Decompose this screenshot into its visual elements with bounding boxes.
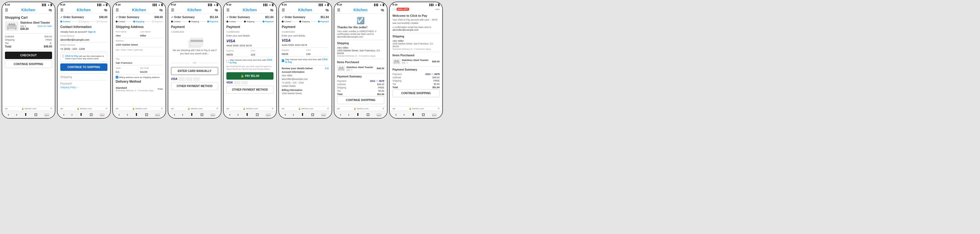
other-payment-btn-4[interactable]: OTHER PAYMENT METHOD xyxy=(171,82,218,90)
font-size-control-2[interactable]: aA xyxy=(60,107,63,110)
share-icon-3[interactable]: ⬆ xyxy=(135,112,138,117)
font-size-control-4[interactable]: aA xyxy=(171,107,174,110)
share-icon-5[interactable]: ⬆ xyxy=(245,112,249,117)
share-icon-2[interactable]: ⬆ xyxy=(80,112,83,117)
skip-c2p-checkbox[interactable] xyxy=(226,60,229,63)
forward-icon-7[interactable]: › xyxy=(348,112,349,117)
share-icon-4[interactable]: ⬆ xyxy=(190,112,194,117)
back-icon-3[interactable]: ‹ xyxy=(119,112,120,117)
share-icon-6[interactable]: ⬆ xyxy=(301,112,304,117)
share-icon-8[interactable]: ⬆ xyxy=(412,112,415,117)
tabs-icon-5[interactable]: ⊡ xyxy=(256,112,259,117)
apt-input[interactable] xyxy=(116,51,163,56)
back-icon[interactable]: ‹ xyxy=(8,112,9,117)
bookmarks-icon-5[interactable]: 📖 xyxy=(266,112,270,117)
bookmarks-icon[interactable]: 📖 xyxy=(45,112,49,117)
share-icon-7[interactable]: ⬆ xyxy=(356,112,360,117)
hamburger-icon-2[interactable]: ☰ xyxy=(60,8,64,12)
save-link[interactable]: Save for later xyxy=(37,25,52,27)
hamburger-icon-5[interactable]: ☰ xyxy=(226,8,230,12)
address-input[interactable] xyxy=(116,42,163,47)
expires-input[interactable] xyxy=(226,52,249,57)
tabs-icon-8[interactable]: ⊡ xyxy=(422,112,425,117)
forward-icon-8[interactable]: › xyxy=(403,112,405,117)
forward-icon-3[interactable]: › xyxy=(127,112,128,117)
tabs-icon-4[interactable]: ⊡ xyxy=(200,112,204,117)
bag-icon-3[interactable]: 🛍 xyxy=(159,8,163,12)
font-size-control-3[interactable]: aA xyxy=(116,107,118,110)
font-size-control-5[interactable]: aA xyxy=(226,107,229,110)
hamburger-icon-7[interactable]: ☰ xyxy=(337,8,340,12)
bookmarks-icon-4[interactable]: 📖 xyxy=(210,112,215,117)
share-icon[interactable]: ⬆ xyxy=(24,112,27,117)
back-icon-8[interactable]: ‹ xyxy=(395,112,397,117)
font-size-control-7[interactable]: aA xyxy=(337,107,340,110)
c2p-checkbox[interactable] xyxy=(62,54,64,58)
hamburger-icon[interactable]: ☰ xyxy=(5,8,8,12)
mobile-input[interactable] xyxy=(60,46,107,51)
font-size-control[interactable]: aA xyxy=(5,107,8,110)
back-icon-6[interactable]: ‹ xyxy=(285,112,286,117)
bookmarks-icon-6[interactable]: 📖 xyxy=(321,112,326,117)
expires-input-6[interactable] xyxy=(282,51,304,56)
tabs-icon-3[interactable]: ⊡ xyxy=(145,112,148,117)
bookmarks-icon-2[interactable]: 📖 xyxy=(100,112,104,117)
tabs-icon[interactable]: ⊡ xyxy=(34,112,38,117)
forward-icon[interactable]: › xyxy=(16,112,17,117)
enter-card-btn[interactable]: ENTER CARD MANUALLY xyxy=(171,67,218,75)
back-icon-2[interactable]: ‹ xyxy=(63,112,65,117)
hamburger-icon-3[interactable]: ☰ xyxy=(116,8,119,12)
c2p-link[interactable]: Click to Pay xyxy=(65,54,78,58)
bag-icon-7[interactable]: 🛍 xyxy=(381,8,384,12)
billing-checkbox[interactable]: ✓ xyxy=(116,76,118,79)
refresh-icon-7[interactable]: ↺ xyxy=(382,107,384,110)
email-input[interactable] xyxy=(60,37,107,42)
refresh-icon-2[interactable]: ↺ xyxy=(105,107,107,110)
edit-link-6[interactable]: Edit xyxy=(325,67,329,70)
bag-icon-1[interactable]: 🛍 xyxy=(49,8,52,12)
refresh-icon-8[interactable]: ↺ xyxy=(438,107,439,110)
bag-icon-2[interactable]: 🛍 xyxy=(104,8,107,12)
pay-btn-5[interactable]: 🔒 PAY $51.84 xyxy=(226,72,274,80)
tabs-icon-6[interactable]: ⊡ xyxy=(311,112,314,117)
continue-shopping-button[interactable]: CONTINUE SHOPPING xyxy=(5,60,52,68)
last-name-input[interactable] xyxy=(140,33,163,38)
continue-shipping-btn[interactable]: CONTINUE TO SHIPPING xyxy=(60,63,107,71)
continue-shopping-8[interactable]: CONTINUE SHOPPING xyxy=(393,89,439,97)
bag-icon-4[interactable]: 🛍 xyxy=(215,8,218,12)
sign-in-link[interactable]: Sign In xyxy=(88,30,95,33)
cvv-input-6[interactable] xyxy=(306,51,329,56)
continue-shopping-7[interactable]: CONTINUE SHOPPING xyxy=(337,96,384,104)
bookmarks-icon-8[interactable]: 📖 xyxy=(432,112,437,117)
skip-c2p-checkbox-6[interactable]: ✓ xyxy=(282,59,284,62)
font-size-control-8[interactable]: aA xyxy=(393,107,395,110)
forward-icon-2[interactable]: › xyxy=(71,112,73,117)
checkout-button[interactable]: CHECKOUT xyxy=(5,51,52,59)
refresh-icon-5[interactable]: ↺ xyxy=(272,107,274,110)
tabs-icon-2[interactable]: ⊡ xyxy=(90,112,93,117)
refresh-icon-6[interactable]: ↺ xyxy=(327,107,329,110)
state-input[interactable] xyxy=(116,69,138,74)
bag-icon-5[interactable]: 🛍 xyxy=(270,8,274,12)
refresh-icon-4[interactable]: ↺ xyxy=(216,107,218,110)
forward-icon-5[interactable]: › xyxy=(237,112,239,117)
tabs-icon-7[interactable]: ⊡ xyxy=(366,112,370,117)
refresh-icon[interactable]: ↺ xyxy=(50,107,52,110)
zip-input[interactable] xyxy=(140,69,163,74)
bookmarks-icon-7[interactable]: 📖 xyxy=(377,112,381,117)
shipping-policy-link[interactable]: Shipping Policy → xyxy=(60,86,107,89)
hamburger-icon-4[interactable]: ☰ xyxy=(171,8,174,12)
other-payment-btn-5[interactable]: OTHER PAYMENT METHOD xyxy=(226,86,274,94)
city-input[interactable] xyxy=(116,61,163,66)
cvv-input[interactable] xyxy=(251,52,274,57)
hamburger-icon-6[interactable]: ☰ xyxy=(282,8,285,12)
back-icon-4[interactable]: ‹ xyxy=(174,112,175,117)
back-icon-7[interactable]: ‹ xyxy=(340,112,342,117)
back-icon-5[interactable]: ‹ xyxy=(229,112,231,117)
font-size-control-6[interactable]: aA xyxy=(282,107,285,110)
bag-icon-6[interactable]: 🛍 xyxy=(325,8,329,12)
bookmarks-icon-3[interactable]: 📖 xyxy=(155,112,160,117)
first-name-input[interactable] xyxy=(116,33,138,38)
forward-icon-4[interactable]: › xyxy=(182,112,183,117)
refresh-icon-3[interactable]: ↺ xyxy=(161,107,163,110)
